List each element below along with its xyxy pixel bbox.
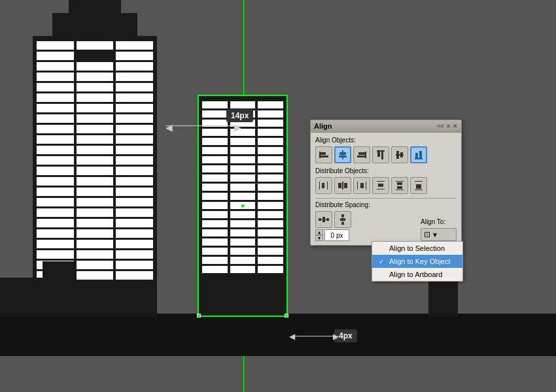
align-objects-label: Align Objects: [315,137,457,144]
handle-bottom-left[interactable] [197,314,201,318]
svg-rect-25 [366,182,366,189]
align-panel: Align << ≡ ✕ Align Objects: [310,120,462,246]
align-right-btn[interactable] [353,146,370,163]
dist-middle-v-btn[interactable] [391,177,408,194]
dist-bottom-btn[interactable] [410,177,427,194]
dist-center-h-btn[interactable] [334,177,351,194]
align-to-dropdown-arrow: ▼ [432,231,438,238]
spinner-up-btn[interactable]: ▲ [315,229,323,235]
dropdown-item-align-artboard[interactable]: Align to Artboard [372,268,462,281]
panel-controls: << ≡ ✕ [437,123,458,129]
panel-menu-btn[interactable]: ≡ [447,123,450,129]
svg-rect-30 [396,181,404,182]
svg-rect-1 [321,152,326,155]
measure-14px-arrow: ◀ ▶ [165,125,241,126]
svg-rect-24 [357,182,358,189]
bottom-row: Distribute Spacing: ▲ ▼ [315,201,457,241]
svg-rect-39 [322,217,325,222]
align-to-icon: ⊡ [424,230,430,239]
dropdown-item-align-selection[interactable]: Align to Selection [372,242,462,255]
svg-rect-21 [342,182,343,189]
svg-rect-33 [397,186,402,189]
svg-rect-35 [415,189,423,190]
svg-rect-28 [377,189,385,189]
measure-14px-label: 14px [226,109,253,122]
distribute-spacing-section: Distribute Spacing: ▲ ▼ [315,201,415,241]
dropdown-item-label-key-object: Align to Key Object [389,257,451,265]
dist-spacing-h-btn[interactable] [315,211,332,228]
dist-right-btn[interactable] [353,177,370,194]
distribute-spacing-btns [315,211,415,228]
dropdown-item-label-selection: Align to Selection [389,244,445,252]
svg-rect-26 [360,183,364,188]
align-objects-row [315,146,457,163]
svg-rect-9 [377,150,385,152]
svg-rect-38 [326,218,329,221]
align-center-h-btn[interactable] [334,146,351,163]
align-bottom-btn[interactable] [410,146,427,163]
panel-divider [315,198,457,199]
align-to-label: Align To: [421,218,445,225]
panel-collapse-btn[interactable]: << [437,123,444,129]
svg-rect-16 [415,153,418,158]
svg-rect-23 [344,183,347,188]
svg-rect-22 [338,183,341,188]
handle-center-v[interactable] [241,204,245,208]
panel-close-btn[interactable]: ✕ [453,123,458,129]
bump-building [43,261,75,317]
measure-4px-arrow: ◀ ▶ [293,336,335,336]
align-to-dropdown[interactable]: ⊡ ▼ [421,228,457,241]
canvas: 14px ◀ ▶ 4px ◀ ▶ Align << ≡ ✕ Align Obje… [0,0,556,392]
distribute-objects-label: Distribute Objects: [315,167,457,174]
checkmark-artboard [379,271,387,278]
svg-rect-44 [340,218,345,221]
svg-rect-0 [319,152,321,158]
svg-rect-20 [322,183,324,188]
distribute-objects-row [315,177,457,194]
spinner-down-btn[interactable]: ▼ [315,235,323,241]
panel-title: Align [314,122,332,130]
svg-rect-11 [381,152,383,159]
align-middle-v-btn[interactable] [391,146,408,163]
svg-rect-29 [378,184,383,187]
svg-rect-34 [415,181,423,182]
align-left-btn[interactable] [315,146,332,163]
spacing-input[interactable] [324,229,349,241]
dist-top-btn[interactable] [372,177,389,194]
svg-rect-10 [377,152,380,157]
svg-rect-4 [339,152,346,155]
svg-rect-15 [415,158,423,159]
align-to-dropdown-menu: Align to Selection ✓ Align to Key Object… [372,241,463,282]
handle-bottom-right[interactable] [285,314,288,318]
align-top-btn[interactable] [372,146,389,163]
svg-rect-19 [327,182,328,189]
ext-building-left [0,278,43,317]
svg-rect-32 [397,182,402,185]
spacing-spinner[interactable]: ▲ ▼ [315,229,323,241]
svg-rect-27 [377,181,385,182]
dropdown-item-label-artboard: Align to Artboard [389,270,442,278]
svg-rect-17 [419,151,422,158]
panel-body: Align Objects: [311,133,461,245]
svg-rect-6 [365,152,366,158]
checkmark-selection [379,245,387,252]
svg-rect-2 [321,155,328,157]
svg-rect-36 [416,184,421,189]
svg-rect-43 [341,222,344,225]
selected-building [198,95,288,317]
ground-bar [0,314,556,356]
svg-rect-7 [358,152,365,155]
dist-left-btn[interactable] [315,177,332,194]
svg-rect-8 [357,155,365,157]
distribute-spacing-label: Distribute Spacing: [315,201,415,208]
svg-rect-13 [396,151,399,159]
dist-spacing-v-btn[interactable] [334,211,351,228]
dropdown-item-align-key-object[interactable]: ✓ Align to Key Object [372,255,462,268]
svg-rect-18 [319,182,320,189]
checkmark-key-object: ✓ [379,258,387,265]
svg-rect-14 [400,152,403,157]
svg-rect-42 [341,214,344,217]
panel-titlebar: Align << ≡ ✕ [311,120,461,133]
svg-rect-5 [339,155,347,157]
svg-rect-31 [396,189,404,190]
